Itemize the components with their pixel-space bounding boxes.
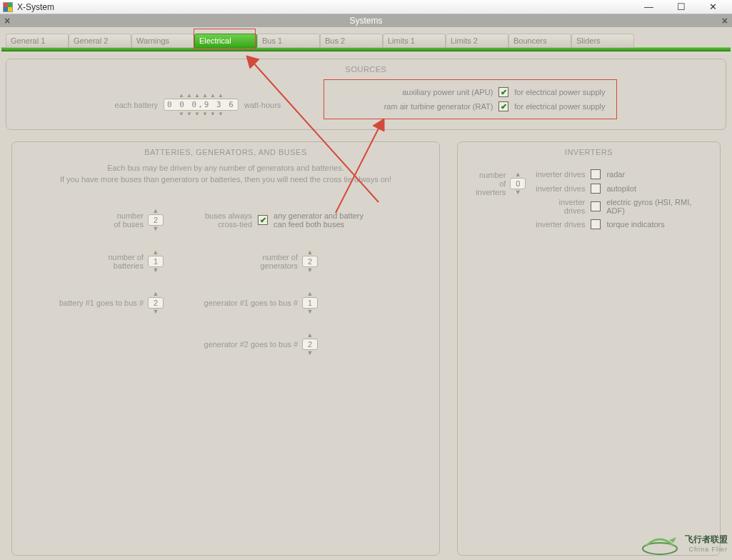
num-inverters-label: number ofinverters — [471, 171, 506, 196]
rat-checkbox[interactable] — [498, 101, 508, 111]
num-generators-input[interactable]: 2 — [302, 256, 318, 267]
inverter-drives-label: inverter drives — [536, 184, 585, 193]
crosstie-label-right: any generator and batterycan feed both b… — [274, 211, 364, 229]
stepper-up-icon[interactable]: ▲ — [307, 249, 314, 256]
tab-bus-1[interactable]: Bus 1 — [257, 34, 320, 48]
inverter-row-gyros: inverter drives electric gyros (HSI, RMI… — [536, 198, 711, 215]
tab-sliders[interactable]: Sliders — [571, 34, 634, 48]
stepper-down-icon[interactable]: ▼ — [307, 309, 314, 315]
titlebar: X-System — ☐ ✕ — [0, 0, 732, 14]
num-batteries-input[interactable]: 1 — [148, 256, 164, 267]
batt1-bus-input[interactable]: 2 — [148, 297, 164, 309]
gen2-label: generator #2 goes to bus # — [204, 340, 298, 349]
tab-general-1[interactable]: General 1 — [6, 34, 69, 48]
inverter-row-radar: inverter drives radar — [536, 169, 711, 179]
window-title: X-System — [17, 2, 54, 12]
watermark-logo — [641, 530, 679, 556]
crosstie-label-left: buses alwayscross-tied — [205, 211, 252, 229]
maximize-button[interactable]: ☐ — [665, 0, 697, 14]
tab-warnings[interactable]: Warnings — [131, 34, 194, 48]
annotation-sources-highlight: auxiliary power unit (APU) for electrica… — [324, 79, 617, 119]
sources-title: SOURCES — [15, 65, 717, 74]
gen1-bus-stepper[interactable]: ▲ 1 ▼ — [302, 291, 318, 315]
gen1-bus-input[interactable]: 1 — [302, 297, 318, 309]
num-buses-label: numberof buses — [114, 211, 144, 229]
stepper-down-row[interactable]: ▼▼▼▼▼▼ — [178, 111, 225, 117]
subtitle-bar: × Systems × — [0, 14, 732, 27]
inverter-gyros-checkbox[interactable] — [591, 201, 601, 211]
inverter-gyros-label: electric gyros (HSI, RMI, ADF) — [606, 198, 711, 215]
inverter-radar-checkbox[interactable] — [591, 169, 601, 179]
apu-checkbox[interactable] — [498, 87, 508, 97]
close-button[interactable]: ✕ — [697, 0, 729, 14]
rat-row: ram air turbine generator (RAT) for elec… — [336, 101, 605, 111]
subtitle-text: Systems — [349, 16, 382, 26]
inverter-torque-checkbox[interactable] — [591, 219, 601, 229]
inverter-autopilot-checkbox[interactable] — [591, 184, 601, 194]
tab-limits-1[interactable]: Limits 1 — [383, 34, 446, 48]
watt-hours-input[interactable]: 0 0 0,9 3 6 — [164, 99, 239, 111]
inverters-title: INVERTERS — [466, 148, 711, 156]
watermark-text: 飞行者联盟 China Flier — [685, 534, 728, 553]
stepper-up-row[interactable]: ▲▲▲▲▲▲ — [178, 92, 225, 99]
inverter-drives-label: inverter drives — [536, 198, 585, 215]
gen2-bus-input[interactable]: 2 — [302, 339, 318, 350]
num-batteries-label: number ofbatteries — [108, 253, 144, 270]
stepper-down-icon[interactable]: ▼ — [307, 350, 314, 356]
inverter-autopilot-label: autopilot — [606, 184, 636, 193]
tab-general-2[interactable]: General 2 — [69, 34, 131, 48]
tab-bus-2[interactable]: Bus 2 — [320, 34, 383, 48]
watermark: 飞行者联盟 China Flier — [641, 530, 728, 556]
stepper-down-icon[interactable]: ▼ — [153, 267, 159, 274]
batt1-bus-stepper[interactable]: ▲ 2 ▼ — [148, 291, 164, 315]
tab-bouncers[interactable]: Bouncers — [508, 34, 571, 48]
tabs-row: General 1 General 2 Warnings Electrical … — [0, 27, 732, 47]
crosstie-checkbox[interactable] — [258, 215, 268, 225]
stepper-up-icon[interactable]: ▲ — [307, 291, 314, 297]
stepper-up-icon[interactable]: ▲ — [153, 291, 159, 297]
stepper-down-icon[interactable]: ▼ — [515, 189, 521, 196]
minimize-button[interactable]: — — [633, 0, 665, 14]
stepper-up-icon[interactable]: ▲ — [153, 249, 159, 256]
stepper-down-icon[interactable]: ▼ — [153, 309, 159, 315]
num-inverters-stepper[interactable]: ▲ 0 ▼ — [510, 171, 526, 196]
sources-panel: SOURCES each battery ▲▲▲▲▲▲ 0 0 0,9 3 6 … — [6, 59, 726, 130]
stepper-down-icon[interactable]: ▼ — [153, 226, 159, 232]
battery-watt-hours: each battery ▲▲▲▲▲▲ 0 0 0,9 3 6 ▼▼▼▼▼▼ w… — [115, 79, 281, 117]
subtitle-close-right[interactable]: × — [719, 15, 731, 26]
tab-limits-2[interactable]: Limits 2 — [446, 34, 508, 48]
apu-label-right: for electrical power supply — [514, 88, 605, 96]
batteries-panel: BATTERIES, GENERATORS, AND BUSES Each bu… — [11, 141, 440, 556]
subtitle-close-left[interactable]: × — [1, 15, 13, 26]
apu-row: auxiliary power unit (APU) for electrica… — [336, 87, 605, 97]
app-icon — [3, 2, 13, 12]
num-generators-label: number ofgenerators — [260, 253, 298, 270]
batt1-label: battery #1 goes to bus # — [59, 299, 144, 307]
num-generators-stepper[interactable]: ▲ 2 ▼ — [302, 249, 318, 274]
num-buses-input[interactable]: 2 — [148, 214, 164, 226]
num-buses-stepper[interactable]: ▲ 2 ▼ — [148, 208, 164, 232]
stepper-up-icon[interactable]: ▲ — [307, 332, 314, 339]
gen1-label: generator #1 goes to bus # — [204, 299, 298, 307]
num-inverters-input[interactable]: 0 — [510, 178, 526, 189]
inverter-radar-label: radar — [606, 170, 625, 179]
batteries-title: BATTERIES, GENERATORS, AND BUSES — [21, 148, 431, 156]
each-battery-label: each battery — [115, 101, 159, 109]
inverter-row-autopilot: inverter drives autopilot — [536, 184, 711, 194]
watt-hours-label: watt-hours — [244, 101, 281, 109]
stepper-up-icon[interactable]: ▲ — [515, 171, 521, 178]
stepper-up-icon[interactable]: ▲ — [153, 208, 159, 214]
inverter-drives-label: inverter drives — [536, 220, 585, 229]
watt-hours-stepper[interactable]: ▲▲▲▲▲▲ 0 0 0,9 3 6 ▼▼▼▼▼▼ — [164, 92, 239, 117]
num-batteries-stepper[interactable]: ▲ 1 ▼ — [148, 249, 164, 274]
stepper-down-icon[interactable]: ▼ — [307, 267, 314, 274]
inverters-panel: INVERTERS number ofinverters ▲ 0 ▼ inver… — [457, 141, 721, 556]
gen2-bus-stepper[interactable]: ▲ 2 ▼ — [302, 332, 318, 356]
batteries-help: Each bus may be driven by any number of … — [21, 162, 431, 185]
rat-label-right: for electrical power supply — [514, 102, 605, 111]
tab-electrical[interactable]: Electrical — [194, 34, 257, 48]
inverter-drives-label: inverter drives — [536, 170, 585, 179]
inverter-row-torque: inverter drives torque indicators — [536, 219, 711, 229]
apu-label-left: auxiliary power unit (APU) — [336, 88, 493, 96]
rat-label-left: ram air turbine generator (RAT) — [336, 102, 493, 111]
